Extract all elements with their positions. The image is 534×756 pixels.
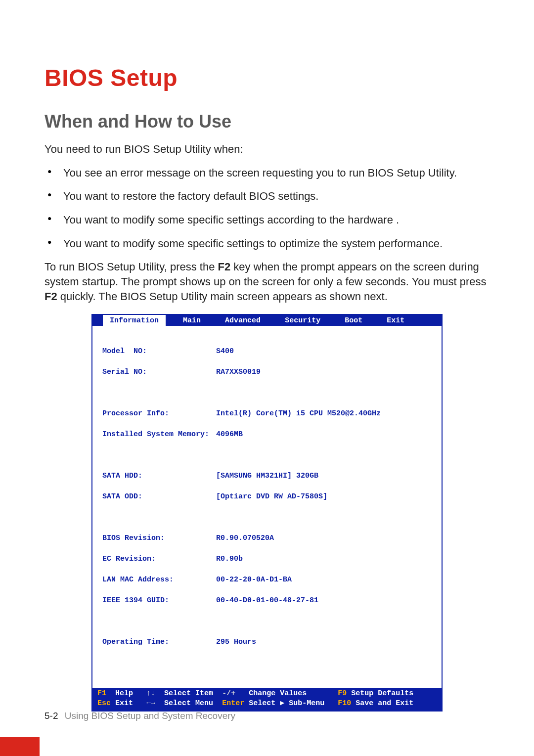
bios-footer: F1 Help ↑↓ Select Item -/+ Change Values… — [92, 688, 442, 711]
f10-key: F10 — [338, 699, 351, 709]
tab-information[interactable]: Information — [103, 315, 166, 326]
tab-gap — [208, 315, 218, 326]
field-value: S400 — [216, 346, 234, 356]
bullet-list: You see an error message on the screen r… — [44, 166, 490, 251]
field-value: R0.90b — [216, 554, 243, 564]
esc-key: Esc — [97, 699, 111, 709]
plusminus-icon: -/+ — [222, 689, 235, 699]
field-value: RA7XXS0019 — [216, 367, 261, 377]
field-blank — [102, 450, 216, 460]
bios-tabbar: Information Main Advanced Security Boot … — [92, 315, 442, 326]
field-label: Serial NO: — [102, 367, 216, 377]
field-label: BIOS Revision: — [102, 533, 216, 543]
help-key: F1 — [97, 689, 106, 699]
gap — [213, 699, 222, 709]
gap — [155, 699, 164, 709]
field-blank — [102, 616, 216, 626]
updown-arrows-icon: ↑↓ — [146, 689, 155, 699]
select-menu-label: Select Menu — [164, 699, 213, 709]
chapter-label: Using BIOS Setup and System Recovery — [65, 711, 235, 721]
field-label: Installed System Memory: — [102, 429, 216, 440]
field-label: LAN MAC Address: — [102, 575, 216, 585]
tab-security[interactable]: Security — [278, 315, 327, 326]
setup-defaults-label: Setup Defaults — [351, 689, 413, 699]
field-value: [SAMSUNG HM321HI] 320GB — [216, 471, 318, 481]
gap — [133, 689, 146, 699]
field-label: SATA ODD: — [102, 491, 216, 502]
list-item: You want to modify some specific setting… — [44, 236, 490, 251]
field-blank — [102, 388, 216, 398]
field-value: Intel(R) Core(TM) i5 CPU M520@2.40GHz — [216, 408, 381, 419]
field-blank — [102, 512, 216, 523]
select-submenu-label: Select ▶ Sub-Menu — [249, 699, 324, 709]
field-value: 4096MB — [216, 429, 243, 440]
field-label: Operating Time: — [102, 637, 216, 647]
page-title: BIOS Setup — [44, 64, 490, 91]
tab-spacer — [411, 315, 442, 326]
bios-body: Model NO:S400 Serial NO:RA7XXS0019 Proce… — [92, 326, 442, 688]
intro-paragraph: You need to run BIOS Setup Utility when: — [44, 142, 490, 157]
gap — [133, 699, 146, 709]
section-heading: When and How to Use — [44, 111, 490, 132]
tab-boot[interactable]: Boot — [338, 315, 369, 326]
key-f2: F2 — [218, 261, 231, 273]
red-accent-bar — [0, 737, 40, 756]
tab-advanced[interactable]: Advanced — [218, 315, 267, 326]
list-item: You see an error message on the screen r… — [44, 166, 490, 180]
key-f2: F2 — [44, 290, 57, 303]
tab-gap — [267, 315, 278, 326]
leftright-arrows-icon: ←→ — [146, 699, 155, 709]
enter-key: Enter — [222, 699, 244, 709]
field-value: 295 Hours — [216, 637, 256, 647]
tab-main[interactable]: Main — [176, 315, 208, 326]
field-label: Model NO: — [102, 346, 216, 356]
field-label: Processor Info: — [102, 408, 216, 419]
run-paragraph: To run BIOS Setup Utility, press the F2 … — [44, 260, 490, 304]
field-value: 00-22-20-0A-D1-BA — [216, 575, 292, 585]
tab-exit[interactable]: Exit — [380, 315, 411, 326]
page-footer: 5-2 Using BIOS Setup and System Recovery — [44, 711, 235, 721]
gap — [111, 699, 115, 709]
gap — [307, 689, 338, 699]
list-item: You want to modify some specific setting… — [44, 213, 490, 227]
gap — [244, 699, 249, 709]
field-value: R0.90.070520A — [216, 533, 274, 543]
gap — [213, 689, 222, 699]
exit-label: Exit — [115, 699, 133, 709]
tab-gap — [327, 315, 338, 326]
tab-gap — [92, 315, 103, 326]
save-exit-label: Save and Exit — [356, 699, 413, 709]
gap — [347, 689, 351, 699]
page-number: 5-2 — [44, 711, 58, 721]
gap — [235, 689, 249, 699]
select-item-label: Select Item — [164, 689, 213, 699]
tab-gap — [369, 315, 380, 326]
change-values-label: Change Values — [249, 689, 307, 699]
help-label: Help — [115, 689, 133, 699]
f9-key: F9 — [338, 689, 347, 699]
field-value: [Optiarc DVD RW AD-7580S] — [216, 491, 327, 502]
list-item: You want to restore the factory default … — [44, 189, 490, 204]
gap — [155, 689, 164, 699]
text: quickly. The BIOS Setup Utility main scr… — [57, 290, 388, 303]
help-label — [106, 689, 115, 699]
tab-gap — [166, 315, 176, 326]
field-label: SATA HDD: — [102, 471, 216, 481]
field-value: 00-40-D0-01-00-48-27-81 — [216, 595, 318, 606]
text: To run BIOS Setup Utility, press the — [44, 261, 218, 273]
field-label: IEEE 1394 GUID: — [102, 595, 216, 606]
field-label: EC Revision: — [102, 554, 216, 564]
gap — [351, 699, 356, 709]
bios-screenshot: Information Main Advanced Security Boot … — [91, 314, 443, 712]
gap — [324, 699, 338, 709]
